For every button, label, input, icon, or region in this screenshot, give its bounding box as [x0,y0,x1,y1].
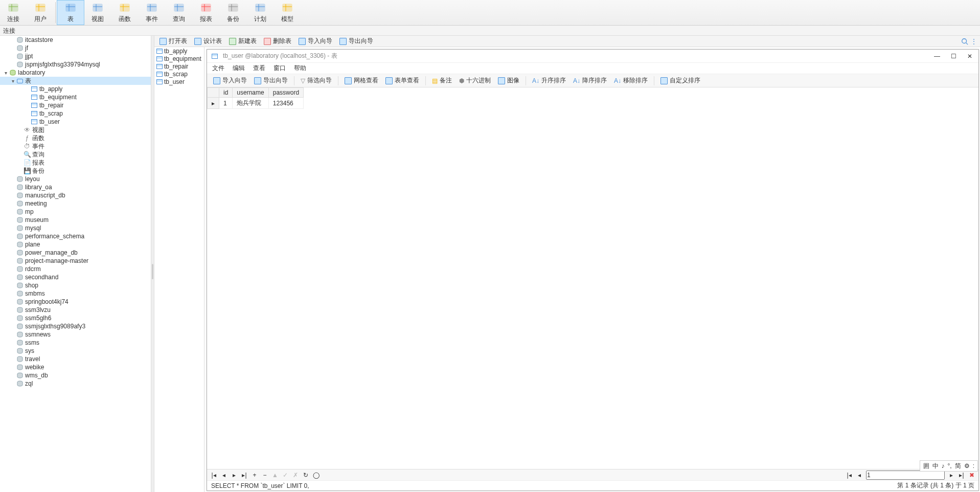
toolbar-升序排序[interactable]: A↓升序排序 [529,75,569,86]
tree-db-manuscript_db[interactable]: ▸ ▸ manuscript_db [0,191,151,199]
ribbon-model-button[interactable]: 模型 [274,0,301,25]
ime-item[interactable]: ♪ [942,462,945,469]
object-item-tb_repair[interactable]: tb_repair [154,62,204,70]
tree-db-secondhand[interactable]: ▸ ▸ secondhand [0,273,151,281]
ime-item[interactable]: 囲 [923,462,929,471]
toolbar-导出向导[interactable]: 导出向导 [251,75,291,86]
tree-db-ssmjsglxthsg9089afy3[interactable]: ▸ ▸ ssmjsglxthsg9089afy3 [0,322,151,330]
ime-item[interactable]: °, [948,462,952,469]
object-list[interactable]: tb_applytb_equipmenttb_repairtb_scraptb_… [154,47,204,492]
ribbon-plan-button[interactable]: 计划 [247,0,274,25]
toolbar-导入向导[interactable]: 导入向导 [210,75,250,86]
menu-窗口[interactable]: 窗口 [274,64,286,73]
tree-db-jjpt[interactable]: ▸ ▸ jjpt [0,52,151,60]
tree-group-函数[interactable]: ▸▸ ▸ ƒ函数 [0,134,151,142]
open-table-button[interactable]: 打开表 [156,36,190,47]
tree-db-mp[interactable]: ▸ ▸ mp [0,208,151,216]
ribbon-query-button[interactable]: 查询 [166,0,193,25]
delete-table-button[interactable]: 删除表 [261,36,294,47]
menu-文件[interactable]: 文件 [212,64,224,73]
ribbon-user-button[interactable]: 用户 [27,0,54,25]
tree-db-project-manage-master[interactable]: ▸ ▸ project-manage-master [0,257,151,265]
ime-item[interactable]: : [973,462,974,469]
tree-table-tb_equipment[interactable]: ▸▸▸ ▸ tb_equipment [0,93,151,101]
connection-tree[interactable]: ▸ ▸ itcaststore ▸ ▸ jf ▸ ▸ jjpt ▸ ▸ jspm… [0,36,151,492]
tree-table-tb_user[interactable]: ▸▸▸ ▸ tb_user [0,118,151,126]
new-table-button[interactable]: 新建表 [226,36,260,47]
tree-db-wms_db[interactable]: ▸ ▸ wms_db [0,371,151,379]
ribbon-plug-button[interactable]: 连接 [0,0,27,25]
tree-db-mysql[interactable]: ▸ ▸ mysql [0,224,151,232]
toolbar-十六进制[interactable]: ⬢十六进制 [456,75,494,86]
page-last-icon[interactable]: ▸| [958,472,965,479]
tree-db-meeting[interactable]: ▸ ▸ meeting [0,199,151,208]
tree-db-jf[interactable]: ▸ ▸ jf [0,44,151,52]
tree-db-ssms[interactable]: ▸ ▸ ssms [0,339,151,347]
toolbar-表单查看[interactable]: 表单查看 [382,75,422,86]
tree-db-smbms[interactable]: ▸ ▸ smbms [0,289,151,298]
object-item-tb_equipment[interactable]: tb_equipment [154,55,204,62]
nav-stop-icon[interactable]: ◯ [312,472,320,479]
menu-帮助[interactable]: 帮助 [294,64,306,73]
toolbar-移除排序[interactable]: A↓移除排序 [611,75,651,86]
menu-查看[interactable]: 查看 [253,64,265,73]
tree-db-leyou[interactable]: ▸ ▸ leyou [0,175,151,183]
page-input[interactable] [866,471,945,480]
object-item-tb_apply[interactable]: tb_apply [154,47,204,55]
table-row[interactable]: ▸1炮兵学院123456 [208,98,304,109]
page-prev-icon[interactable]: ◂ [856,472,863,479]
import-wizard-button[interactable]: 导入向导 [295,36,335,47]
tree-db-rdcrm[interactable]: ▸ ▸ rdcrm [0,265,151,273]
toolbar-筛选向导[interactable]: ▽筛选向导 [298,75,335,86]
tree-db-zql[interactable]: ▸ ▸ zql [0,379,151,388]
tree-db-plane[interactable]: ▸ ▸ plane [0,240,151,249]
page-first-icon[interactable]: |◂ [846,472,853,479]
ime-item[interactable]: 简 [955,462,961,471]
toolbar-网格查看[interactable]: 网格查看 [341,75,381,86]
tree-db-springboot4kj74[interactable]: ▸ ▸ springboot4kj74 [0,298,151,306]
tree-db-power_manage_db[interactable]: ▸ ▸ power_manage_db [0,249,151,257]
tree-db-itcaststore[interactable]: ▸ ▸ itcaststore [0,36,151,44]
tree-db-shop[interactable]: ▸ ▸ shop [0,281,151,289]
window-titlebar[interactable]: tb_user @laboratory (localhost_3306) - 表… [207,50,978,63]
tree-db-ssmnews[interactable]: ▸ ▸ ssmnews [0,330,151,339]
tree-db-sys[interactable]: ▸ ▸ sys [0,347,151,355]
tree-db-laboratory[interactable]: ▾ laboratory [0,69,151,77]
more-icon[interactable]: ⋮ [970,37,978,46]
tree-db-webike[interactable]: ▸ ▸ webike [0,363,151,371]
tree-db-library_oa[interactable]: ▸ ▸ library_oa [0,183,151,191]
col-password[interactable]: password [268,88,303,98]
tree-db-travel[interactable]: ▸ ▸ travel [0,355,151,363]
ribbon-table-button[interactable]: 表 [57,0,84,25]
close-icon[interactable]: ✕ [965,53,974,60]
nav-prev-icon[interactable]: ◂ [220,472,227,479]
col-id[interactable]: id [219,88,233,98]
page-close-icon[interactable]: ✖ [968,472,975,479]
object-item-tb_scrap[interactable]: tb_scrap [154,70,204,78]
tree-table-tb_scrap[interactable]: ▸▸▸ ▸ tb_scrap [0,109,151,118]
nav-refresh-icon[interactable]: ↻ [302,472,309,479]
tree-group-报表[interactable]: ▸▸ ▸ 📄报表 [0,159,151,167]
ribbon-report-button[interactable]: 报表 [193,0,220,25]
nav-edit-icon[interactable]: ▲ [271,472,279,479]
maximize-icon[interactable]: ☐ [949,53,958,60]
toolbar-图像[interactable]: 图像 [495,75,522,86]
tree-db-ssm5glh6[interactable]: ▸ ▸ ssm5glh6 [0,314,151,322]
nav-add-icon[interactable]: + [251,472,258,479]
ribbon-fx-button[interactable]: 函数 [111,0,139,25]
menu-编辑[interactable]: 编辑 [233,64,245,73]
nav-next-icon[interactable]: ▸ [231,472,238,479]
ribbon-view-button[interactable]: 视图 [84,0,111,25]
tree-db-museum[interactable]: ▸ ▸ museum [0,216,151,224]
tree-db-performance_schema[interactable]: ▸ ▸ performance_schema [0,232,151,240]
toolbar-备注[interactable]: ▤备注 [429,75,455,86]
tree-db-jspmjsfglxthsg339794mysql[interactable]: ▸ ▸ jspmjsfglxthsg339794mysql [0,60,151,69]
col-username[interactable]: username [233,88,268,98]
ime-bar[interactable]: 囲中♪°,简⚙: [920,460,978,472]
ribbon-backup-button[interactable]: 备份 [220,0,247,25]
export-wizard-button[interactable]: 导出向导 [336,36,376,47]
tree-group-备份[interactable]: ▸▸ ▸ 💾备份 [0,167,151,175]
tree-table-tb_repair[interactable]: ▸▸▸ ▸ tb_repair [0,101,151,109]
nav-cancel-icon[interactable]: ✗ [292,472,299,479]
ribbon-clock-button[interactable]: 事件 [139,0,166,25]
